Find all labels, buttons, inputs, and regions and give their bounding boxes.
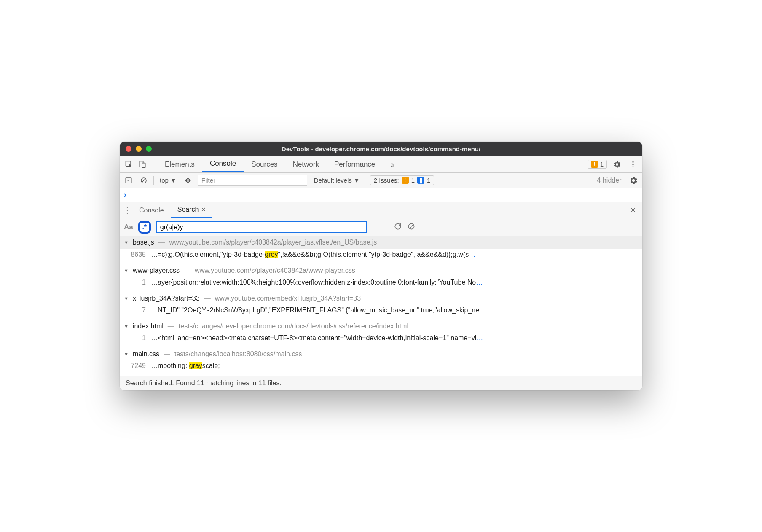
log-levels-select[interactable]: Default levels ▼ <box>314 177 360 184</box>
result-file-path: www.youtube.com/embed/xHusjrb_34A?start=… <box>215 295 361 302</box>
levels-label: Default levels <box>314 177 352 184</box>
result-line[interactable]: 7249…moothing: grayscale; <box>120 360 642 376</box>
result-file-header[interactable]: ▼xHusjrb_34A?start=33—www.youtube.com/em… <box>120 292 642 305</box>
search-input[interactable] <box>156 221 367 233</box>
result-line[interactable]: 7…NT_ID":"2OeQYs2rNcSnW8yxpLgD","EXPERIM… <box>120 305 642 320</box>
console-settings-icon[interactable] <box>628 176 639 185</box>
result-file-header[interactable]: ▼main.css—tests/changes/localhost:8080/c… <box>120 348 642 360</box>
divider <box>153 160 153 169</box>
result-file-path: www.youtube.com/s/player/c403842a/www-pl… <box>195 267 355 274</box>
result-line[interactable]: 1…ayer{position:relative;width:100%;heig… <box>120 277 642 292</box>
line-number: 8635 <box>126 251 146 258</box>
disclosure-triangle-icon: ▼ <box>124 268 129 273</box>
context-select[interactable]: top ▼ <box>158 177 178 184</box>
close-tab-icon[interactable]: × <box>201 205 206 214</box>
panel-tabs: Elements Console Sources Network Perform… <box>157 156 402 172</box>
kebab-menu-icon[interactable] <box>627 159 639 170</box>
chevron-down-icon: ▼ <box>354 177 360 184</box>
truncation-ellipsis: … <box>476 279 483 286</box>
line-number: 1 <box>126 279 146 286</box>
issues-badge[interactable]: 2 Issues: ! 1 ❚ 1 <box>370 175 435 185</box>
refresh-icon[interactable] <box>394 222 402 232</box>
tab-console[interactable]: Console <box>202 156 244 172</box>
issues-info-count: 1 <box>427 177 430 184</box>
tab-performance[interactable]: Performance <box>327 156 383 172</box>
regex-button[interactable]: .* <box>138 221 151 234</box>
tab-sources[interactable]: Sources <box>244 156 285 172</box>
dash: — <box>158 239 165 246</box>
result-line[interactable]: 1…<html lang=en><head><meta charset=UTF-… <box>120 333 642 348</box>
errors-badge[interactable]: ! 1 <box>588 160 607 169</box>
drawer-tabs: ⋮ Console Search × × <box>120 202 642 218</box>
console-prompt[interactable]: › <box>120 188 642 202</box>
result-file-name: xHusjrb_34A?start=33 <box>133 295 200 302</box>
result-file-path: tests/changes/localhost:8080/css/main.cs… <box>174 350 302 358</box>
drawer-menu-icon[interactable]: ⋮ <box>122 205 132 215</box>
result-file-header[interactable]: ▼www-player.css—www.youtube.com/s/player… <box>120 264 642 277</box>
result-file-name: base.js <box>133 239 154 246</box>
line-code: …ayer{position:relative;width:100%;heigh… <box>151 279 638 286</box>
line-code: …moothing: grayscale; <box>151 362 638 370</box>
disclosure-triangle-icon: ▼ <box>124 296 129 301</box>
truncation-ellipsis: … <box>476 334 483 341</box>
tab-elements[interactable]: Elements <box>157 156 202 172</box>
dash: — <box>164 350 170 358</box>
warning-icon: ! <box>402 177 409 184</box>
truncation-ellipsis: … <box>469 251 475 258</box>
match-highlight: grey <box>265 251 278 258</box>
drawer-tab-console[interactable]: Console <box>132 202 171 218</box>
console-toolbar: top ▼ Filter Default levels ▼ 2 Issues: … <box>120 173 642 188</box>
window-title: DevTools - developer.chrome.com/docs/dev… <box>120 145 642 153</box>
device-toolbar-icon[interactable] <box>137 159 148 170</box>
match-case-button[interactable]: Aa <box>124 223 133 231</box>
hidden-messages-label[interactable]: 4 hidden <box>597 177 623 184</box>
clear-search-icon[interactable] <box>407 222 416 232</box>
line-code: …<html lang=en><head><meta charset=UTF-8… <box>151 334 638 342</box>
live-expression-icon[interactable] <box>182 177 193 184</box>
main-toolbar: Elements Console Sources Network Perform… <box>120 156 642 173</box>
sidebar-toggle-icon[interactable] <box>123 177 134 184</box>
filter-placeholder: Filter <box>201 177 215 184</box>
filter-input[interactable]: Filter <box>198 175 307 186</box>
svg-line-8 <box>142 178 146 182</box>
issues-prefix: 2 Issues: <box>374 177 399 184</box>
issues-warning-count: 1 <box>411 177 415 184</box>
clear-console-icon[interactable] <box>138 177 149 184</box>
context-label: top <box>160 177 169 184</box>
drawer-tab-search-label: Search <box>177 206 199 213</box>
dash: — <box>204 295 211 302</box>
svg-point-3 <box>632 161 633 162</box>
result-file-name: www-player.css <box>133 267 180 274</box>
tab-network[interactable]: Network <box>285 156 327 172</box>
regex-icon: .* <box>142 223 147 231</box>
svg-line-10 <box>409 224 413 228</box>
result-line[interactable]: 8635…=c);g.O(this.element,"ytp-3d-badge-… <box>120 249 642 264</box>
result-file-header[interactable]: ▼base.js—www.youtube.com/s/player/c40384… <box>120 236 642 249</box>
disclosure-triangle-icon: ▼ <box>124 352 129 357</box>
line-number: 1 <box>126 334 146 342</box>
line-number: 7 <box>126 306 146 314</box>
more-tabs-button[interactable]: » <box>383 156 402 172</box>
disclosure-triangle-icon: ▼ <box>124 324 129 329</box>
inspect-element-icon[interactable] <box>123 159 135 170</box>
status-bar: Search finished. Found 11 matching lines… <box>120 376 642 390</box>
toolbar-right: ! 1 <box>588 159 639 170</box>
drawer-tab-search[interactable]: Search × <box>171 202 212 218</box>
search-results: ▼base.js—www.youtube.com/s/player/c40384… <box>120 236 642 376</box>
close-drawer-icon[interactable]: × <box>626 205 640 215</box>
line-number: 7249 <box>126 362 146 370</box>
search-toolbar: Aa .* <box>120 218 642 236</box>
devtools-window: DevTools - developer.chrome.com/docs/dev… <box>120 142 642 390</box>
info-icon: ❚ <box>417 177 424 184</box>
divider <box>592 176 592 185</box>
line-code: …=c);g.O(this.element,"ytp-3d-badge-grey… <box>151 251 638 258</box>
result-file-header[interactable]: ▼index.html—tests/changes/developer.chro… <box>120 320 642 333</box>
dash: — <box>168 322 174 330</box>
settings-icon[interactable] <box>611 159 623 170</box>
titlebar: DevTools - developer.chrome.com/docs/dev… <box>120 142 642 156</box>
errors-count: 1 <box>600 161 604 168</box>
result-file-path: tests/changes/developer.chrome.com/docs/… <box>179 322 408 330</box>
truncation-ellipsis: … <box>481 306 488 314</box>
divider <box>153 176 154 185</box>
dash: — <box>184 267 190 274</box>
